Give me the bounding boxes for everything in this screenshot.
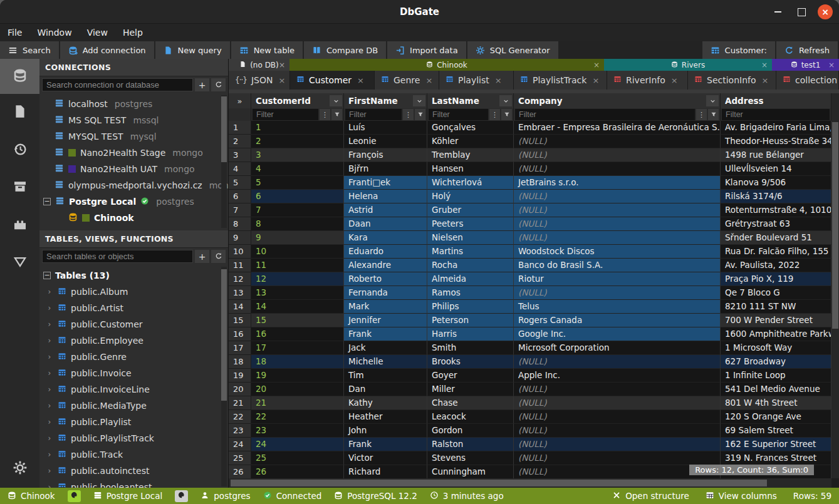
cell-address[interactable]: Grétrystraat 63 xyxy=(721,217,831,231)
chevron-right-icon[interactable]: › xyxy=(46,466,53,475)
cell-address[interactable]: Praça Pio X, 119 xyxy=(721,272,831,286)
close-tab-icon[interactable]: × xyxy=(357,76,364,85)
toolbar-compare-db-button[interactable]: Compare DB xyxy=(304,41,386,59)
cell-firstname[interactable]: Mark xyxy=(344,300,427,314)
cell-firstname[interactable]: Alexandre xyxy=(344,259,427,272)
expand-columns-button[interactable]: » xyxy=(229,93,251,108)
toolbar-new-table-button[interactable]: New table xyxy=(231,41,303,59)
filter-menu-button[interactable]: ⋮ xyxy=(489,109,500,120)
cell-address[interactable]: Rilská 3174/6 xyxy=(721,190,831,203)
connection-chinook[interactable]: Chinook xyxy=(39,210,228,226)
chevron-right-icon[interactable]: › xyxy=(46,352,53,361)
cell-company[interactable]: Riotur xyxy=(514,272,721,286)
cell-firstname[interactable]: Roberto xyxy=(344,272,427,286)
chevron-right-icon[interactable]: › xyxy=(46,401,53,410)
minimize-button[interactable] xyxy=(770,4,785,19)
cell-address[interactable]: 319 N. Frances Street xyxy=(721,451,831,465)
row-number[interactable]: 18 xyxy=(229,355,251,369)
chevron-right-icon[interactable]: › xyxy=(46,320,53,329)
close-tab-icon[interactable]: × xyxy=(762,76,769,85)
chevron-right-icon[interactable]: › xyxy=(46,434,53,443)
column-menu-button[interactable] xyxy=(413,95,425,106)
cell-lastname[interactable]: Rocha xyxy=(427,259,514,272)
cell-customerid[interactable]: 22 xyxy=(251,410,344,424)
close-tab-icon[interactable]: × xyxy=(592,76,599,85)
row-number[interactable]: 4 xyxy=(229,162,251,176)
cell-address[interactable]: Qe 7 Bloco G xyxy=(721,286,831,300)
status-chinook[interactable]: Chinook xyxy=(8,491,55,501)
table-public-autoinctest[interactable]: ›public.autoinctest xyxy=(39,463,228,479)
maximize-button[interactable] xyxy=(794,4,809,19)
cell-firstname[interactable]: Kathy xyxy=(344,396,427,410)
row-number[interactable]: 11 xyxy=(229,259,251,272)
cell-lastname[interactable]: Martins xyxy=(427,245,514,259)
table-public-album[interactable]: ›public.Album xyxy=(39,284,228,300)
cell-company[interactable]: Apple Inc. xyxy=(514,369,721,383)
table-public-customer[interactable]: ›public.Customer xyxy=(39,316,228,332)
cell-address[interactable]: Ullevĺlsveien 14 xyxy=(721,162,831,176)
table-public-artist[interactable]: ›public.Artist xyxy=(39,300,228,316)
cell-firstname[interactable]: Jack xyxy=(344,341,427,355)
cell-address[interactable]: Theodor-Heuss-Straße 34 xyxy=(721,135,831,148)
cell-customerid[interactable]: 19 xyxy=(251,369,344,383)
cell-company[interactable]: JetBrains s.r.o. xyxy=(514,176,721,190)
tab-customer[interactable]: Customer× xyxy=(290,71,374,90)
tab-riverinfo[interactable]: RiverInfo× xyxy=(607,71,687,90)
menu-help[interactable]: Help xyxy=(123,28,143,38)
cell-address[interactable]: Av. Paulista, 2022 xyxy=(721,259,831,272)
connection-mysql-test[interactable]: MYSQL TESTmysql xyxy=(39,128,228,145)
row-number[interactable]: 20 xyxy=(229,383,251,396)
toolbar-new-query-button[interactable]: New query xyxy=(155,41,230,59)
cell-customerid[interactable]: 4 xyxy=(251,162,344,176)
cell-lastname[interactable]: Ralston xyxy=(427,438,514,451)
row-number[interactable]: 24 xyxy=(229,438,251,451)
cell-lastname[interactable]: Ramos xyxy=(427,286,514,300)
cell-customerid[interactable]: 26 xyxy=(251,465,344,478)
cell-company[interactable]: (NULL) xyxy=(514,162,721,176)
close-group-icon[interactable]: × xyxy=(761,61,768,69)
row-number[interactable]: 15 xyxy=(229,314,251,327)
cell-customerid[interactable]: 13 xyxy=(251,286,344,300)
cell-firstname[interactable]: Helena xyxy=(344,190,427,203)
row-number[interactable]: 6 xyxy=(229,190,251,203)
filter-funnel-button[interactable] xyxy=(708,109,719,120)
row-number[interactable]: 13 xyxy=(229,286,251,300)
filter-menu-button[interactable]: ⋮ xyxy=(696,109,707,120)
cell-lastname[interactable]: Wichterlová xyxy=(427,176,514,190)
table-public-invoiceline[interactable]: ›public.InvoiceLine xyxy=(39,381,228,398)
grid-vertical-scrollbar[interactable] xyxy=(831,93,839,478)
cell-lastname[interactable]: Harris xyxy=(427,327,514,341)
cell-lastname[interactable]: Holý xyxy=(427,190,514,203)
cell-lastname[interactable]: Miller xyxy=(427,383,514,396)
cell-company[interactable]: (NULL) xyxy=(514,438,721,451)
tab-playlist[interactable]: Playlist× xyxy=(439,71,513,90)
cell-address[interactable]: 1 Infinite Loop xyxy=(721,369,831,383)
column-header-lastname[interactable]: LastName xyxy=(427,93,514,108)
cell-customerid[interactable]: 17 xyxy=(251,341,344,355)
table-public-track[interactable]: ›public.Track xyxy=(39,446,228,463)
row-number[interactable]: 9 xyxy=(229,231,251,245)
cell-company[interactable]: (NULL) xyxy=(514,148,721,162)
cell-firstname[interactable]: Frank xyxy=(344,327,427,341)
cell-customerid[interactable]: 24 xyxy=(251,438,344,451)
cell-address[interactable]: 1 Microsoft Way xyxy=(721,341,831,355)
cell-lastname[interactable]: Chase xyxy=(427,396,514,410)
column-menu-button[interactable] xyxy=(706,95,719,106)
cell-lastname[interactable]: Stevens xyxy=(427,451,514,465)
filter-funnel-button[interactable] xyxy=(415,109,425,120)
table-public-genre[interactable]: ›public.Genre xyxy=(39,349,228,365)
cell-firstname[interactable]: Franti□ek xyxy=(344,176,427,190)
row-number[interactable]: 3 xyxy=(229,148,251,162)
cell-lastname[interactable]: Almeida xyxy=(427,272,514,286)
column-header-company[interactable]: Company xyxy=(514,93,721,108)
cell-customerid[interactable]: 9 xyxy=(251,231,344,245)
row-number[interactable]: 22 xyxy=(229,410,251,424)
cell-lastname[interactable]: Smith xyxy=(427,341,514,355)
cell-customerid[interactable]: 14 xyxy=(251,300,344,314)
chevron-right-icon[interactable]: › xyxy=(46,450,53,459)
cell-address[interactable]: 627 Broadway xyxy=(721,355,831,369)
cell-company[interactable]: Microsoft Corporation xyxy=(514,341,721,355)
chevron-right-icon[interactable]: › xyxy=(46,385,53,394)
filter-input-firstname[interactable] xyxy=(345,109,402,120)
cell-address[interactable]: Rotenturmstraße 4, 1010 I xyxy=(721,203,831,217)
